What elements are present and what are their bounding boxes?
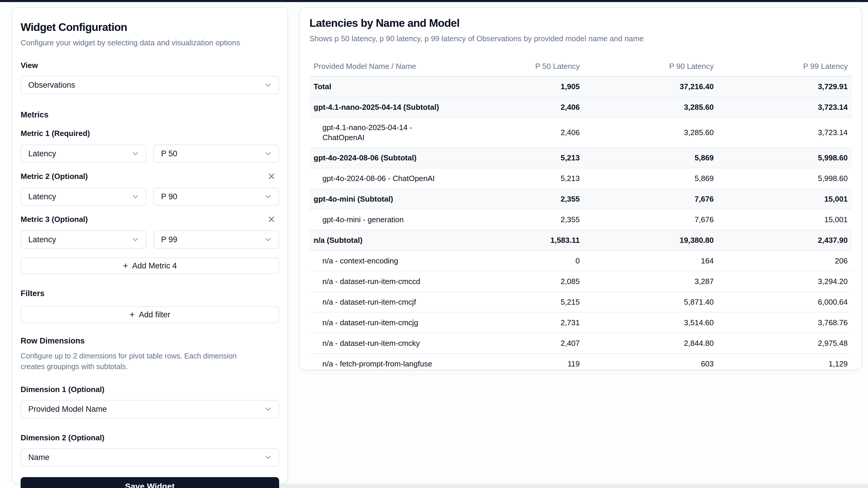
metric-group: Metric 3 (Optional) Latency P 99 <box>21 213 279 249</box>
p90-value-cell: 5,869 <box>584 168 718 188</box>
p99-value-cell: 6,000.64 <box>718 292 852 312</box>
p50-value-cell: 2,731 <box>454 313 584 333</box>
p90-value-cell: 164 <box>584 251 718 271</box>
metric-aggregation-value: P 90 <box>161 192 177 201</box>
close-icon <box>267 221 276 225</box>
widget-preview-panel: Latencies by Name and Model Shows p 50 l… <box>300 7 862 370</box>
column-header-metric: P 99 Latency <box>718 57 852 76</box>
p99-value-cell: 3,294.20 <box>718 271 852 291</box>
p50-value-cell: 2,406 <box>454 97 584 117</box>
p99-value-cell: 15,001 <box>718 209 852 230</box>
p50-value-cell: 5,213 <box>454 168 584 188</box>
remove-metric-button[interactable] <box>266 170 277 182</box>
table-row: gpt-4o-mini - generation 2,355 7,676 15,… <box>309 209 852 230</box>
dimension1-select[interactable]: Provided Model Name <box>21 400 279 418</box>
metric-measure-value: Latency <box>28 192 56 201</box>
pivot-table-header: Provided Model Name / NameP 50 LatencyP … <box>309 57 852 76</box>
metric-measure-select[interactable]: Latency <box>21 188 146 206</box>
p99-value-cell: 3,729.91 <box>718 76 852 97</box>
metric-group: Metric 1 (Required) Latency P 50 <box>21 127 279 163</box>
p99-value-cell: 1,129 <box>718 354 852 374</box>
view-label: View <box>21 61 279 70</box>
row-dimensions-description: Configure up to 2 dimensions for pivot t… <box>21 351 256 372</box>
pivot-table: Provided Model Name / NameP 50 LatencyP … <box>309 57 852 375</box>
metric-aggregation-value: P 99 <box>161 235 177 244</box>
row-name-cell: n/a - fetch-prompt-from-langfuse <box>309 354 454 374</box>
remove-metric-button[interactable] <box>266 214 277 225</box>
row-dimensions-heading: Row Dimensions <box>21 336 279 346</box>
p99-value-cell: 3,723.14 <box>718 123 852 142</box>
p90-value-cell: 19,380.80 <box>584 230 718 250</box>
table-row: n/a - dataset-run-item-cmccd 2,085 3,287… <box>309 271 852 292</box>
metric-aggregation-select[interactable]: P 90 <box>153 188 279 206</box>
row-name-cell: n/a (Subtotal) <box>309 230 454 250</box>
metric-measure-value: Latency <box>28 149 56 158</box>
p90-value-cell: 5,869 <box>584 148 718 168</box>
save-widget-button[interactable]: Save Widget <box>21 477 279 488</box>
metric-label: Metric 2 (Optional) <box>21 172 88 181</box>
table-row: gpt-4o-2024-08-06 - ChatOpenAI 5,213 5,8… <box>309 168 852 189</box>
p50-value-cell: 1,905 <box>454 76 584 97</box>
p50-value-cell: 2,355 <box>454 209 584 230</box>
dimension1-label: Dimension 1 (Optional) <box>21 385 279 394</box>
metric-aggregation-select[interactable]: P 50 <box>153 144 279 163</box>
row-name-cell: gpt-4o-2024-08-06 (Subtotal) <box>309 148 454 168</box>
chevron-down-icon <box>264 405 273 414</box>
metric-aggregation-select[interactable]: P 99 <box>153 230 279 249</box>
p50-value-cell: 2,406 <box>454 123 584 142</box>
table-row: n/a - dataset-run-item-cmcjg 2,731 3,514… <box>309 313 852 333</box>
metric-measure-select[interactable]: Latency <box>21 144 146 163</box>
config-subtitle: Configure your widget by selecting data … <box>21 38 279 48</box>
p90-value-cell: 37,216.40 <box>584 76 718 97</box>
column-header-metric: P 90 Latency <box>584 57 718 76</box>
p99-value-cell: 3,723.14 <box>718 97 852 117</box>
add-metric-label: Add Metric 4 <box>132 261 177 270</box>
metrics-heading: Metrics <box>21 110 279 120</box>
row-name-cell: gpt-4o-2024-08-06 - ChatOpenAI <box>309 168 454 188</box>
p99-value-cell: 5,998.60 <box>718 148 852 168</box>
p99-value-cell: 2,437.90 <box>718 230 852 250</box>
p99-value-cell: 5,998.60 <box>718 168 852 188</box>
row-name-cell: n/a - dataset-run-item-cmcjg <box>309 313 454 333</box>
row-name-cell: gpt-4o-mini (Subtotal) <box>309 189 454 209</box>
plus-icon: + <box>129 310 135 319</box>
table-row: gpt-4.1-nano-2025-04-14 - ChatOpenAI 2,4… <box>309 118 852 148</box>
chevron-down-icon <box>264 149 273 158</box>
p99-value-cell: 206 <box>718 251 852 271</box>
chevron-down-icon <box>131 192 140 201</box>
metric-aggregation-value: P 50 <box>161 149 177 158</box>
p50-value-cell: 119 <box>454 354 584 374</box>
table-row: gpt-4.1-nano-2025-04-14 (Subtotal) 2,406… <box>309 97 852 118</box>
dimension2-select-value: Name <box>28 453 50 462</box>
table-row: n/a - dataset-run-item-cmcky 2,407 2,844… <box>309 333 852 354</box>
close-icon <box>267 177 276 182</box>
add-metric-button[interactable]: + Add Metric 4 <box>21 258 279 274</box>
p50-value-cell: 1,583.11 <box>454 230 584 250</box>
p50-value-cell: 5,213 <box>454 148 584 168</box>
row-name-cell: Total <box>309 76 454 97</box>
dimension2-label: Dimension 2 (Optional) <box>21 433 279 443</box>
table-row: gpt-4o-mini (Subtotal) 2,355 7,676 15,00… <box>309 189 852 209</box>
add-filter-label: Add filter <box>139 310 170 319</box>
column-header-metric: P 50 Latency <box>454 57 584 76</box>
view-select[interactable]: Observations <box>21 76 279 94</box>
chevron-down-icon <box>264 80 273 90</box>
row-name-cell: n/a - dataset-run-item-cmccd <box>309 271 454 291</box>
p99-value-cell: 15,001 <box>718 189 852 209</box>
top-app-strip <box>0 0 868 2</box>
p90-value-cell: 3,285.60 <box>584 123 718 142</box>
view-select-value: Observations <box>28 80 75 90</box>
chevron-down-icon <box>264 192 273 201</box>
pivot-table-body: Total 1,905 37,216.40 3,729.91 gpt-4.1-n… <box>309 76 852 375</box>
dimension2-select[interactable]: Name <box>21 448 279 466</box>
table-row: n/a - context-encoding 0 164 206 <box>309 251 852 271</box>
p50-value-cell: 2,355 <box>454 189 584 209</box>
p50-value-cell: 5,215 <box>454 292 584 312</box>
table-row: Total 1,905 37,216.40 3,729.91 <box>309 76 852 97</box>
add-filter-button[interactable]: + Add filter <box>21 306 279 323</box>
metric-measure-select[interactable]: Latency <box>21 230 146 249</box>
table-row: n/a - fetch-prompt-from-langfuse 119 603… <box>309 354 852 375</box>
table-row: n/a (Subtotal) 1,583.11 19,380.80 2,437.… <box>309 230 852 251</box>
p90-value-cell: 3,287 <box>584 271 718 291</box>
row-name-cell: gpt-4.1-nano-2025-04-14 - ChatOpenAI <box>309 118 454 147</box>
